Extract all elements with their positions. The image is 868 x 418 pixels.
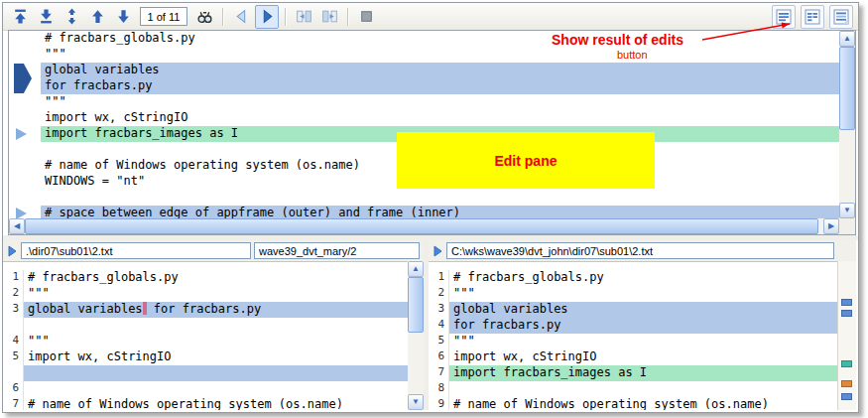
goto-last-difference-button[interactable] <box>34 5 58 29</box>
right-pane-line[interactable]: 5""" <box>429 334 838 349</box>
edit-line[interactable] <box>41 190 839 206</box>
edit-line[interactable]: """ <box>41 47 839 63</box>
right-pane-line-text[interactable]: # fracbars_globals.py <box>449 270 838 286</box>
toolbar-separator <box>285 8 286 26</box>
scroll-down-button[interactable]: ▼ <box>408 394 424 410</box>
right-pane-line[interactable]: 7import fracbars_images as I <box>429 365 838 381</box>
toolbar-separator <box>222 8 223 26</box>
left-pane-line[interactable]: 2""" <box>3 286 408 302</box>
left-pane-line[interactable] <box>3 365 408 381</box>
right-pane-line[interactable]: 1# fracbars_globals.py <box>429 270 838 286</box>
right-pane-line-text[interactable]: global variables <box>449 302 838 318</box>
scrollbar-corner <box>839 218 855 234</box>
right-pane-line-text[interactable]: """ <box>449 334 838 349</box>
stop-button[interactable] <box>354 5 378 29</box>
right-pane-line[interactable]: 2""" <box>429 286 838 302</box>
find-icon[interactable] <box>192 5 216 29</box>
previous-file-button[interactable] <box>229 5 253 29</box>
left-pane-line[interactable]: 6 <box>3 381 408 397</box>
scroll-up-button[interactable]: ▲ <box>839 31 855 47</box>
scroll-thumb[interactable] <box>839 47 855 130</box>
right-pane-line[interactable]: 3global variables <box>429 302 838 318</box>
show-two-panes-button[interactable] <box>801 5 824 29</box>
edit-line[interactable]: """ <box>41 94 839 110</box>
right-file-pane[interactable]: 1# fracbars_globals.py2"""3global variab… <box>429 240 856 410</box>
overview-mark[interactable] <box>841 360 852 367</box>
right-pane-line-text[interactable] <box>449 381 838 397</box>
overview-mark[interactable] <box>841 310 852 317</box>
left-pane-line-text[interactable]: """ <box>24 334 408 349</box>
left-pane-line-text[interactable]: # name of Windows operating system (os.n… <box>24 397 408 410</box>
next-difference-button[interactable] <box>111 5 135 29</box>
position-field[interactable] <box>140 7 187 26</box>
edit-line[interactable]: for fracbars.py <box>41 78 839 94</box>
right-pane-line-text[interactable]: import fracbars_images as I <box>449 365 838 381</box>
line-number: 5 <box>3 349 24 365</box>
change-marker-icon[interactable] <box>16 128 27 140</box>
overview-mark[interactable] <box>841 393 852 400</box>
scroll-left-button[interactable]: ◀ <box>9 218 25 234</box>
goto-current-difference-button[interactable] <box>60 5 83 29</box>
left-pane-line[interactable]: 5import wx, cStringIO <box>3 349 408 365</box>
toolbar <box>3 3 858 31</box>
left-pane-line[interactable]: 3global variables for fracbars.py <box>3 302 408 318</box>
right-pane-line[interactable]: 4for fracbars.py <box>429 318 838 334</box>
edit-line[interactable]: import wx, cStringIO <box>41 110 839 126</box>
app-window: # fracbars_globals.py"""global variables… <box>2 2 859 413</box>
left-pane-line-text[interactable]: global variables for fracbars.py <box>24 302 408 318</box>
right-pane-line[interactable]: 9# name of Windows operating system (os.… <box>429 397 838 410</box>
scroll-right-button[interactable]: ▶ <box>823 218 839 234</box>
diff-overview-strip[interactable] <box>837 261 856 410</box>
left-pane-line[interactable]: 1# fracbars_globals.py <box>3 270 408 286</box>
goto-first-difference-button[interactable] <box>8 5 32 29</box>
left-pane-line-text[interactable]: import wx, cStringIO <box>24 349 408 365</box>
left-pane-line-text[interactable]: # fracbars_globals.py <box>24 270 408 286</box>
merge-right-button[interactable] <box>317 5 341 29</box>
left-pane-line[interactable]: 7# name of Windows operating system (os.… <box>3 397 408 410</box>
right-pane-line-text[interactable]: # name of Windows operating system (os.n… <box>449 397 838 410</box>
left-file-path-field[interactable] <box>21 242 251 259</box>
edit-pane-vertical-scrollbar[interactable]: ▲ ▼ <box>839 31 855 218</box>
right-pane-line[interactable]: 8 <box>429 381 838 397</box>
left-branch-field[interactable] <box>254 242 420 259</box>
right-pane-line[interactable]: 6import wx, cStringIO <box>429 349 838 365</box>
left-pane-vertical-scrollbar[interactable]: ▲ ▼ <box>408 261 424 410</box>
edit-line[interactable]: # space between edge of appframe (outer)… <box>41 206 839 218</box>
line-number: 7 <box>429 365 449 381</box>
next-file-button[interactable] <box>255 5 279 29</box>
line-number: 8 <box>429 381 449 397</box>
right-pane-line-text[interactable]: """ <box>449 286 838 302</box>
scroll-thumb[interactable] <box>25 218 818 234</box>
left-file-pane[interactable]: 1# fracbars_globals.py2"""3global variab… <box>3 240 424 410</box>
edit-line[interactable]: # fracbars_globals.py <box>41 31 839 47</box>
current-change-marker[interactable] <box>14 64 32 93</box>
left-pane-line-text[interactable] <box>24 381 408 397</box>
right-pane-code-area[interactable]: 1# fracbars_globals.py2"""3global variab… <box>429 261 838 410</box>
scroll-down-button[interactable]: ▼ <box>839 203 855 218</box>
right-pane-arrow-icon[interactable] <box>432 245 443 257</box>
right-pane-line-text[interactable]: for fracbars.py <box>449 318 838 334</box>
annotation-edit-pane-label: Edit pane <box>494 153 557 169</box>
right-file-path-field[interactable] <box>446 242 834 259</box>
left-pane-line-text[interactable] <box>24 365 408 381</box>
merge-left-button[interactable] <box>292 5 315 29</box>
edit-pane-horizontal-scrollbar[interactable]: ◀ ▶ <box>9 218 839 234</box>
scroll-up-button[interactable]: ▲ <box>408 261 424 277</box>
show-three-panes-button[interactable] <box>829 5 853 29</box>
left-pane-line[interactable]: 4""" <box>3 334 408 349</box>
scroll-thumb[interactable] <box>408 277 424 333</box>
left-pane-line[interactable] <box>3 318 408 334</box>
overview-mark[interactable] <box>841 380 852 387</box>
right-pane-line-text[interactable]: import wx, cStringIO <box>449 349 838 365</box>
show-result-of-edits-button[interactable] <box>772 5 796 29</box>
edit-line[interactable]: global variables <box>41 63 839 78</box>
overview-mark[interactable] <box>841 299 852 306</box>
line-number: 3 <box>429 302 449 318</box>
edit-pane-code-area[interactable]: # fracbars_globals.py"""global variables… <box>41 31 839 218</box>
left-pane-line-text[interactable]: """ <box>24 286 408 302</box>
annotation-edit-pane-box: Edit pane <box>397 132 655 189</box>
left-pane-arrow-icon[interactable] <box>6 245 18 257</box>
left-pane-code-area[interactable]: 1# fracbars_globals.py2"""3global variab… <box>3 261 408 410</box>
left-pane-line-text[interactable] <box>24 318 408 334</box>
previous-difference-button[interactable] <box>85 5 109 29</box>
